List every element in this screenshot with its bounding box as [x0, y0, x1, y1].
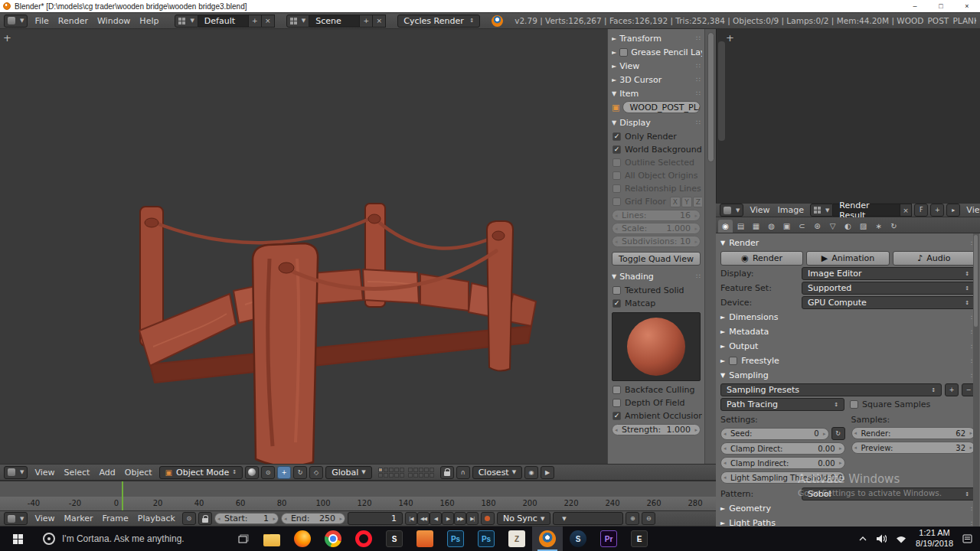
browse-images-button[interactable]: ▼: [810, 204, 833, 217]
axis-toggle-button[interactable]: X: [670, 197, 681, 207]
editor-type-button[interactable]: ▼: [720, 204, 743, 217]
taskbar-app-button[interactable]: [532, 527, 563, 551]
preview-range-toggle[interactable]: ⊙: [182, 512, 196, 525]
number-field[interactable]: Preview: 32: [851, 442, 976, 454]
checkbox[interactable]: ✓: [612, 184, 621, 193]
current-frame-field[interactable]: 1: [348, 512, 403, 525]
taskbar-app-button[interactable]: Ps: [471, 527, 501, 551]
panel-header[interactable]: ► Output ∷: [720, 340, 975, 353]
record-button[interactable]: [481, 512, 495, 525]
object-name-field[interactable]: WOOD_POST_PLAN...: [622, 101, 701, 113]
npanel-scrollbar[interactable]: [704, 29, 716, 464]
properties-tab[interactable]: ◉: [718, 220, 733, 233]
setting-dropdown[interactable]: GPU Compute ↕: [802, 296, 975, 309]
grid-floor-row[interactable]: Grid Floor XYZ: [610, 195, 702, 208]
layers-widget[interactable]: [378, 468, 434, 478]
menu-item[interactable]: Add: [94, 468, 119, 478]
menu-item[interactable]: Playback: [133, 514, 180, 523]
checkbox[interactable]: ✓: [612, 132, 621, 141]
timeline-ruler[interactable]: -40-200204060801001201401601802002202402…: [0, 497, 716, 510]
number-field[interactable]: Clamp Direct: 0.00: [720, 442, 845, 455]
playback-button[interactable]: ▶|: [466, 512, 479, 525]
number-field[interactable]: Clamp Indirect: 0.00: [720, 457, 845, 469]
menu-item[interactable]: Object: [120, 468, 157, 478]
playback-button[interactable]: ◀◀: [417, 512, 430, 525]
toolshelf-expand-icon[interactable]: +: [3, 32, 11, 44]
layer-grid-right[interactable]: [408, 468, 434, 478]
menu-item[interactable]: View: [30, 514, 59, 523]
matcap-preview[interactable]: [612, 312, 701, 381]
axis-toggle-button[interactable]: Z: [693, 197, 702, 207]
maximize-button[interactable]: □: [928, 0, 954, 12]
image-editor[interactable]: [716, 29, 980, 203]
animate-seed-button[interactable]: ↻: [831, 427, 845, 440]
panel-header[interactable]: ► ✓ Grease Pencil Layers ∷: [610, 46, 702, 58]
freestyle-checkbox[interactable]: [729, 357, 737, 365]
window-titlebar[interactable]: Blender* [D:\models\cg trader\wooden bri…: [0, 0, 980, 12]
mode-dropdown[interactable]: ▣ Object Mode ↕: [159, 466, 243, 479]
render-action-button[interactable]: ◉ Render: [720, 251, 803, 266]
unlink-image-button[interactable]: ×: [900, 204, 913, 217]
action-center-icon[interactable]: [962, 534, 972, 543]
fake-user-button[interactable]: F: [914, 204, 928, 217]
axis-toggle-button[interactable]: Y: [681, 197, 692, 207]
insert-keyframe-button[interactable]: ⊕: [626, 512, 639, 525]
scale-manipulator-button[interactable]: ◇: [309, 466, 323, 479]
properties-tab[interactable]: ▽: [825, 220, 840, 233]
panel-grip-icon[interactable]: ∷: [696, 62, 701, 70]
editor-type-button[interactable]: ▼: [4, 512, 28, 525]
checkbox-row[interactable]: ✓ Relationship Lines: [610, 182, 702, 195]
menu-item-view-right[interactable]: View: [962, 205, 980, 215]
integrator-dropdown[interactable]: Path Tracing ↕: [720, 398, 844, 411]
square-samples-checkbox[interactable]: [850, 400, 858, 409]
panel-header[interactable]: ► Dimensions ∷: [720, 311, 975, 324]
tray-clock[interactable]: 1:21 AM 8/19/2018: [916, 528, 953, 549]
taskbar-app-button[interactable]: [410, 527, 440, 551]
checkbox[interactable]: ✓: [612, 412, 621, 420]
properties-tab[interactable]: ▨: [856, 220, 871, 233]
menu-item[interactable]: View: [30, 468, 59, 478]
menu-item[interactable]: Frame: [98, 514, 133, 523]
properties-tab[interactable]: ◍: [764, 220, 779, 233]
rotate-manipulator-button[interactable]: ↻: [293, 466, 307, 479]
panel-header[interactable]: ► ✓ View ∷: [610, 60, 702, 72]
viewport-shading-dropdown[interactable]: [245, 466, 259, 479]
taskbar-app-button[interactable]: E: [624, 527, 655, 551]
checkbox-row[interactable]: ✓ Ambient Occlusion: [610, 409, 702, 422]
browse-scenes-button[interactable]: ▼: [286, 15, 309, 28]
volume-icon[interactable]: [876, 534, 887, 543]
taskbar-app-button[interactable]: S: [563, 527, 593, 551]
editor-type-button[interactable]: ▼: [4, 466, 28, 479]
checkbox[interactable]: ✓: [612, 158, 621, 167]
lock-to-scene-button[interactable]: [440, 466, 454, 479]
scrollbar-thumb[interactable]: [707, 32, 714, 162]
number-slider[interactable]: Scale: 1.000: [612, 223, 701, 234]
checkbox[interactable]: ✓: [612, 299, 621, 308]
checkbox[interactable]: ✓: [612, 145, 621, 154]
number-slider[interactable]: Lines: 16: [612, 210, 701, 221]
add-scene-button[interactable]: +: [360, 15, 373, 28]
taskbar-app-button[interactable]: [256, 527, 287, 551]
properties-tab[interactable]: ▤: [733, 220, 748, 233]
number-field[interactable]: Light Sampling Threshold: 0.01: [720, 471, 845, 484]
minimize-button[interactable]: –: [902, 0, 928, 12]
add-layout-button[interactable]: +: [249, 15, 262, 28]
playback-button[interactable]: ▶: [442, 512, 454, 525]
setting-dropdown[interactable]: Supported ↕: [802, 282, 975, 295]
properties-tab[interactable]: ▦: [749, 220, 763, 233]
delete-scene-button[interactable]: ×: [373, 15, 386, 28]
square-samples-row[interactable]: Square Samples: [848, 398, 975, 411]
menu-item[interactable]: Render: [54, 16, 93, 26]
panel-header[interactable]: ► Light Paths ∷: [720, 517, 975, 527]
number-field[interactable]: Seed: 0: [720, 428, 829, 440]
playback-button[interactable]: ▶▶: [454, 512, 466, 525]
panel-grip-icon[interactable]: ∷: [696, 76, 701, 83]
properties-tab[interactable]: ↻: [887, 220, 901, 233]
image-editor-scrollbar[interactable]: [718, 41, 725, 141]
properties-scrollbar[interactable]: [973, 233, 979, 527]
panel-grip-icon[interactable]: ∷: [696, 90, 701, 97]
checkbox-row[interactable]: ✓ Only Render: [610, 130, 702, 143]
end-frame-field[interactable]: End: 250: [281, 513, 345, 524]
playback-button[interactable]: |◀: [405, 512, 417, 525]
sampling-presets-dropdown[interactable]: Sampling Presets ↕: [720, 383, 942, 396]
